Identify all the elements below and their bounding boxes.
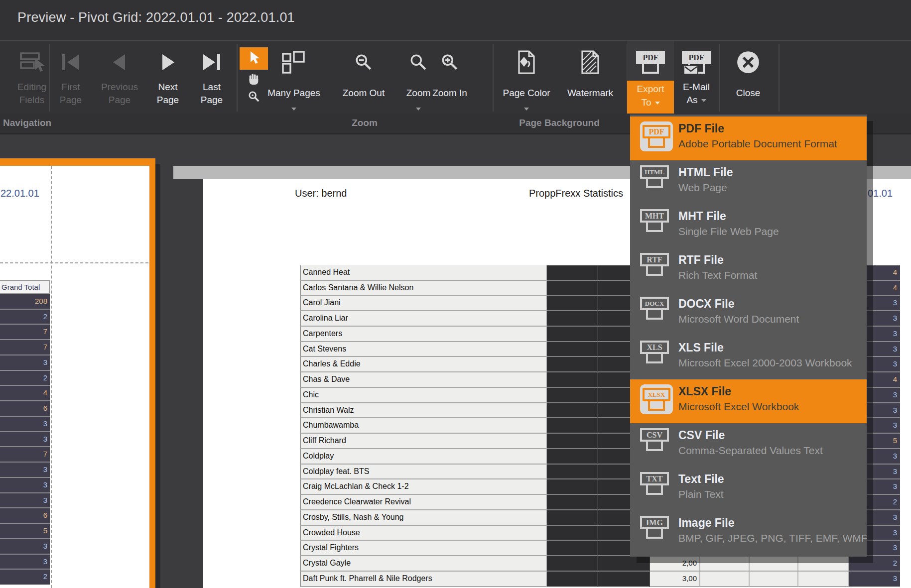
export-menu-item-title: XLSX File [678,385,731,398]
data-cell [547,434,598,449]
dropdown-arrow-icon [416,108,421,111]
data-cell [547,449,598,465]
export-menu-item-csv[interactable]: CSV CSV File Comma-Separated Values Text [630,423,867,467]
data-cell [750,572,798,587]
artist-name-cell: Chumbawamba [300,418,547,434]
data-cell [547,311,598,327]
ribbon-button-first-page: FirstPage [48,41,94,115]
ribbon-tool-zoom-region-tool[interactable] [240,89,268,107]
value-cell: 2,00 [650,556,700,572]
grand-total-value-cell: 3 [0,539,50,555]
preview-window: Preview - Pivot Grid: 2022.01.01 - 2022.… [0,0,911,588]
export-menu-item-title: RTF File [678,253,724,267]
xlsx-format-icon: XLSX [640,384,673,414]
ribbon-group-separator [779,44,780,112]
artist-name-cell: Chic [300,388,547,403]
data-cell [547,465,598,480]
ribbon-tool-hand-tool[interactable] [240,71,268,88]
artist-name-cell: Cliff Richard [300,434,547,449]
export-menu-item-subtitle: Microsoft Excel Workbook [678,401,799,413]
dropdown-arrow-icon [524,108,529,111]
grand-total-value-cell: 4 [0,386,50,401]
first-page-icon [48,47,94,78]
artist-name-cell: Craig McLachlan & Check 1-2 [300,479,547,495]
export-menu-item-mht[interactable]: MHT MHT File Single File Web Page [630,204,867,248]
ribbon-button-previous-page: PreviousPage [95,41,144,115]
grand-total-value-cell: 2 [0,570,50,585]
rtf-format-icon: RTF [640,253,669,276]
export-menu-item-img[interactable]: IMG Image File BMP, GIF, JPEG, PNG, TIFF… [630,511,867,555]
ribbon-button-page-color[interactable]: Page Color [500,41,553,115]
grand-total-value-cell: 3 [0,493,50,509]
pointer-icon [248,50,260,67]
ribbon-button-export-to[interactable]: PDF Export To [627,41,674,115]
data-cell [547,342,598,357]
data-cell [547,357,598,372]
ribbon-button-zoom-in[interactable]: Zoom In [428,41,472,115]
grand-total-value-cell: 3 [0,417,50,432]
artist-name-cell: Charles & Eddie [300,357,547,372]
data-cell [798,572,849,587]
xls-format-icon: XLS [640,341,669,363]
ribbon-button-many-pages[interactable]: Many Pages [265,41,323,115]
artist-name-cell: Chas & Dave [300,372,547,388]
ribbon-button-watermark[interactable]: Watermark [564,41,617,115]
grand-total-value-cell: 7 [0,447,50,463]
data-cell [547,388,598,403]
export-menu-item-subtitle: Web Page [678,182,727,194]
data-cell [547,526,598,541]
dropdown-arrow-icon [655,102,660,105]
export-menu-item-title: HTML File [678,166,733,179]
export-menu-item-html[interactable]: HTML HTML File Web Page [630,160,867,204]
watermark-icon [564,47,617,78]
export-menu-item-subtitle: Microsoft Word Document [678,313,799,325]
dropdown-arrow-icon [701,99,706,102]
grand-total-value-cell: 7 [0,340,50,355]
export-to-dropdown-menu: PDF PDF File Adobe Portable Document For… [630,115,867,557]
ribbon-button-last-page[interactable]: LastPage [189,41,235,115]
report-user-label: User: bernd [295,188,347,199]
artist-name-cell: Carpenters [300,327,547,342]
ribbon-tool-pointer-tool[interactable] [240,47,268,70]
ribbon-toolbar: EditingFields FirstPage PreviousPage Nex… [0,40,911,115]
total-cell: 3 [849,572,900,587]
data-cell [547,281,598,296]
docx-format-icon: DOCX [640,297,669,320]
ribbon-group-separator [237,44,238,112]
hand-icon [247,72,261,87]
grand-total-value-cell: 3 [0,555,50,570]
export-menu-item-title: MHT File [678,210,726,223]
data-cell [547,479,598,495]
export-menu-item-docx[interactable]: DOCX DOCX File Microsoft Word Document [630,292,867,336]
export-menu-item-rtf[interactable]: RTF RTF File Rich Text Format [630,248,867,292]
grand-total-value-cell: 6 [0,508,50,524]
data-cell [547,296,598,311]
ribbon-button-next-page[interactable]: NextPage [145,41,191,115]
right-page-date: 01.01 [868,188,893,199]
ribbon-button-close[interactable]: Close [724,41,772,115]
window-title: Preview - Pivot Grid: 2022.01.01 - 2022.… [17,10,295,25]
data-cell [547,265,598,281]
export-menu-item-xls[interactable]: XLS XLS File Microsoft Excel 2000-2003 W… [630,336,867,379]
grand-total-value-cell: 3 [0,355,50,371]
artist-name-cell: Carolina Liar [300,311,547,327]
artist-name-cell: Crosby, Stills, Nash & Young [300,510,547,526]
export-menu-item-pdf[interactable]: PDF PDF File Adobe Portable Document For… [630,117,867,160]
artist-name-cell: Cat Stevens [300,342,547,357]
ribbon-group-separator [719,44,720,112]
zoom-in-icon [428,47,472,78]
html-format-icon: HTML [640,165,669,188]
export-menu-item-subtitle: Single File Web Page [678,226,779,237]
export-menu-item-title: DOCX File [678,297,734,311]
data-cell [547,418,598,434]
export-menu-item-xlsx[interactable]: XLSX XLSX File Microsoft Excel Workbook [630,379,867,423]
data-cell [547,556,598,572]
export-menu-item-title: XLS File [678,341,724,354]
data-cell [700,556,750,572]
grand-total-value-cell: 7 [0,325,50,340]
ribbon-button-email-as[interactable]: PDF E-MailAs [674,41,719,115]
grand-total-value-cell: 6 [0,401,50,417]
artist-name-cell: Carlos Santana & Willie Nelson [300,281,547,296]
ribbon-button-zoom-out[interactable]: Zoom Out [340,41,388,115]
export-menu-item-txt[interactable]: TXT Text File Plain Text [630,467,867,511]
